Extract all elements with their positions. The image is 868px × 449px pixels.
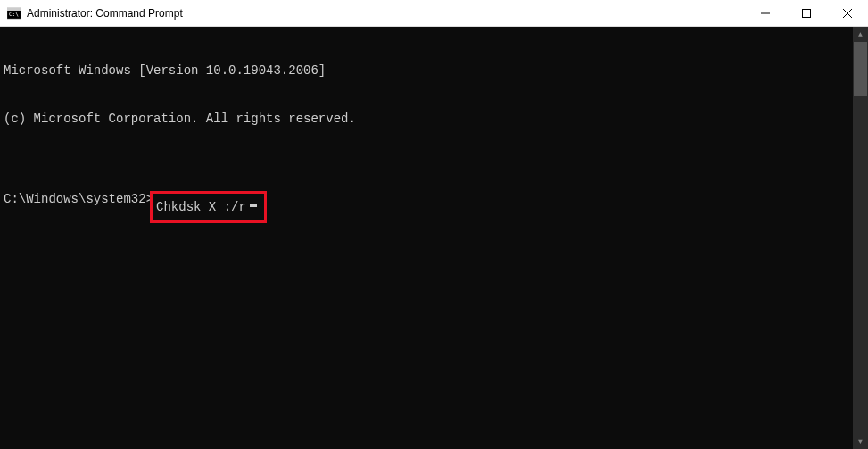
window-titlebar: C:\ Administrator: Command Prompt [0,0,868,27]
svg-rect-4 [803,10,811,18]
text-cursor [250,204,257,207]
window-controls [745,0,868,26]
prompt-path: C:\Windows\system32> [4,191,153,223]
prompt-line: C:\Windows\system32>Chkdsk X :/r [4,191,853,223]
cmd-icon: C:\ [7,6,21,21]
terminal-output[interactable]: Microsoft Windows [Version 10.0.19043.20… [0,27,853,449]
close-button[interactable] [827,0,868,27]
command-highlight: Chkdsk X :/r [150,191,267,223]
maximize-button[interactable] [786,0,827,27]
scrollbar-thumb[interactable] [854,42,867,96]
scroll-down-arrow[interactable]: ▼ [853,434,868,449]
output-line: (c) Microsoft Corporation. All rights re… [4,111,853,127]
scroll-up-arrow[interactable]: ▲ [853,27,868,42]
output-line: Microsoft Windows [Version 10.0.19043.20… [4,62,853,79]
terminal-area: Microsoft Windows [Version 10.0.19043.20… [0,27,868,449]
svg-text:C:\: C:\ [9,11,19,17]
typed-command: Chkdsk X :/r [156,199,246,215]
vertical-scrollbar[interactable]: ▲ ▼ [853,27,868,449]
window-title: Administrator: Command Prompt [27,7,745,20]
minimize-button[interactable] [745,0,786,27]
